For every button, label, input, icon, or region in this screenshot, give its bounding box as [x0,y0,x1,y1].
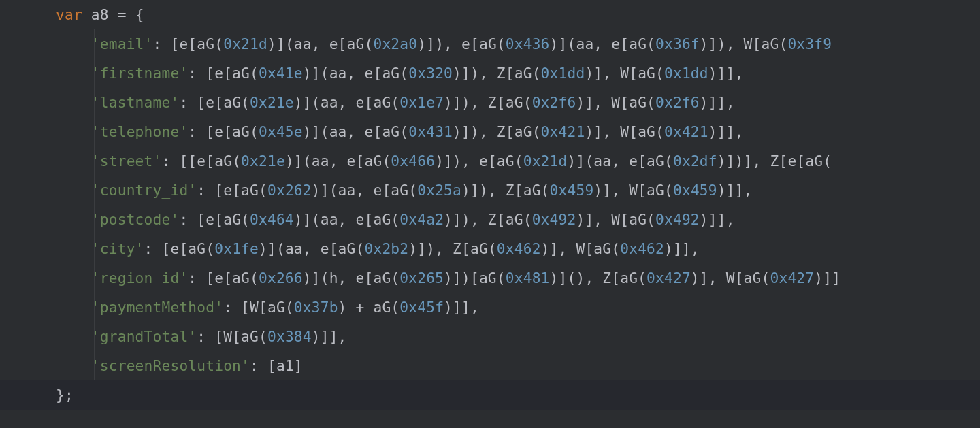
hex-literal: 0x21d [223,35,267,52]
code-line[interactable]: 'street': [[e[aG(0x21e)](aa, e[aG(0x466)… [0,146,980,176]
code-line[interactable]: 'paymentMethod': [W[aG(0x37b) + aG(0x45f… [0,293,980,322]
hex-literal: 0x492 [655,211,700,228]
object-key: 'screenResolution' [91,357,250,374]
hex-literal: 0x481 [506,269,550,286]
close-brace: }; [56,386,74,404]
object-key: 'country_id' [91,182,197,199]
hex-literal: 0x1e7 [399,94,444,111]
hex-literal: 0x427 [770,269,814,286]
object-key: 'grandTotal' [91,328,197,345]
hex-literal: 0x459 [550,182,594,199]
hex-literal: 0x2df [673,152,717,169]
hex-literal: 0x492 [532,211,576,228]
hex-literal: 0x1dd [541,65,585,82]
code-line[interactable]: 'firstname': [e[aG(0x41e)](aa, e[aG(0x32… [0,59,980,88]
hex-literal: 0x384 [267,328,312,345]
hex-literal: 0x464 [250,211,294,228]
hex-literal: 0x421 [541,123,585,140]
hex-literal: 0x1fe [214,240,259,257]
hex-literal: 0x431 [408,123,453,140]
hex-literal: 0x45e [259,123,303,140]
code-editor[interactable]: var a8 = { 'email': [e[aG(0x21d)](aa, e[… [0,0,980,428]
hex-literal: 0x262 [267,182,312,199]
hex-literal: 0x266 [259,269,303,286]
hex-literal: 0x3f9 [787,35,832,52]
hex-literal: 0x265 [399,269,444,286]
object-key: 'street' [91,152,162,169]
hex-literal: 0x466 [391,152,435,169]
hex-literal: 0x459 [673,182,717,199]
hex-literal: 0x21e [241,152,285,169]
code-line[interactable]: 'region_id': [e[aG(0x266)](h, e[aG(0x265… [0,263,980,293]
code-line[interactable]: 'email': [e[aG(0x21d)](aa, e[aG(0x2a0)])… [0,29,980,59]
hex-literal: 0x25a [417,182,461,199]
code-line[interactable]: 'lastname': [e[aG(0x21e)](aa, e[aG(0x1e7… [0,88,980,117]
hex-literal: 0x436 [506,35,550,52]
code-line[interactable]: 'grandTotal': [W[aG(0x384)]], [0,322,980,351]
code-line[interactable]: 'country_id': [e[aG(0x262)](aa, e[aG(0x2… [0,176,980,205]
hex-literal: 0x462 [497,240,541,257]
hex-literal: 0x320 [408,65,453,82]
identifier: a8 [91,6,109,23]
code-line[interactable]: }; [0,380,980,410]
object-key: 'email' [91,35,153,52]
object-key: 'lastname' [91,94,180,111]
code-line[interactable]: 'city': [e[aG(0x1fe)](aa, e[aG(0x2b2)]),… [0,234,980,263]
code-line[interactable]: 'postcode': [e[aG(0x464)](aa, e[aG(0x4a2… [0,205,980,234]
hex-literal: 0x427 [647,269,691,286]
hex-literal: 0x36f [655,35,700,52]
code-line[interactable]: 'screenResolution': [a1] [0,351,980,380]
object-key: 'firstname' [91,65,189,82]
hex-literal: 0x2a0 [373,35,417,52]
hex-literal: 0x41e [259,65,303,82]
object-key: 'postcode' [91,211,180,228]
hex-literal: 0x2b2 [365,240,409,257]
hex-literal: 0x462 [620,240,664,257]
object-key: 'city' [91,240,144,257]
code-block[interactable]: var a8 = { 'email': [e[aG(0x21d)](aa, e[… [0,0,980,410]
hex-literal: 0x21d [523,152,568,169]
object-key: 'paymentMethod' [91,299,223,316]
hex-literal: 0x421 [664,123,708,140]
hex-literal: 0x4a2 [399,211,444,228]
code-line[interactable]: var a8 = { [0,0,980,29]
keyword-var: var [56,6,82,23]
hex-literal: 0x2f6 [532,94,576,111]
code-line[interactable]: 'telephone': [e[aG(0x45e)](aa, e[aG(0x43… [0,117,980,146]
hex-literal: 0x37b [294,299,338,316]
hex-literal: 0x45f [399,299,444,316]
hex-literal: 0x21e [250,94,294,111]
hex-literal: 0x1dd [664,65,708,82]
object-key: 'region_id' [91,269,189,286]
hex-literal: 0x2f6 [655,94,700,111]
object-key: 'telephone' [91,123,189,140]
